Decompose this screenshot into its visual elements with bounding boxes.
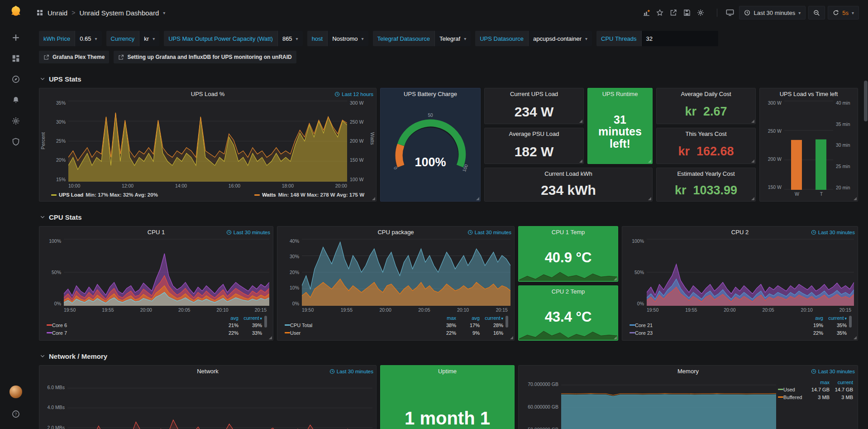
- breadcrumb-app[interactable]: Unraid: [48, 9, 67, 17]
- legend-row[interactable]: Used14.7 GB14.7 GB: [778, 386, 853, 393]
- panel-header[interactable]: Average PSU Load: [485, 128, 583, 140]
- plot-area[interactable]: [561, 378, 776, 429]
- dashboard-grid-icon[interactable]: [36, 9, 43, 16]
- legend-row[interactable]: Core 2119%35%: [630, 321, 847, 329]
- variable-kwh-price[interactable]: kWh Price0.65▾: [39, 31, 102, 46]
- legend-item-watts[interactable]: WattsMin: 148 W Max: 278 W Avg: 175 W: [254, 192, 364, 198]
- network-chart[interactable]: 6.0 MBs4.0 MBs2.0 MBs: [43, 378, 372, 429]
- user-avatar[interactable]: [10, 386, 22, 398]
- panel-time-range[interactable]: Last 30 minutes: [811, 366, 855, 377]
- page-scrollbar[interactable]: [864, 26, 868, 427]
- plot-area[interactable]: [67, 378, 372, 429]
- panel-header[interactable]: Current Load kWh: [485, 168, 652, 179]
- legend-column-header[interactable]: avg: [800, 315, 823, 321]
- panel-header[interactable]: UPS Load vs Time left: [760, 88, 858, 100]
- variable-ups-datasource[interactable]: UPS Datasourceapcupsd-container▾: [475, 31, 592, 46]
- link-ups-monitoring-guide[interactable]: Setting up Grafana and InfluxDB for UPS …: [114, 51, 296, 63]
- row-toggle-ups-stats[interactable]: UPS Stats: [40, 74, 858, 83]
- panel-header[interactable]: CPU 2 Last 30 minutes: [622, 227, 858, 238]
- x-axis-tick: W: [795, 191, 799, 198]
- panel-header[interactable]: UPS Runtime: [588, 88, 652, 100]
- dashboard-title[interactable]: Unraid System Dashboard: [79, 9, 159, 17]
- row-toggle-cpu-stats[interactable]: CPU Stats: [40, 212, 858, 222]
- variable-ups-max-output[interactable]: UPS Max Output Power Capacity (Watt)865▾: [164, 31, 302, 46]
- legend-column-header[interactable]: max: [806, 380, 830, 385]
- dashboard-title-caret-icon[interactable]: ▾: [163, 10, 165, 15]
- plot-area[interactable]: [64, 239, 269, 306]
- legend-column-header[interactable]: avg: [215, 315, 238, 321]
- panel-time-range[interactable]: Last 30 minutes: [467, 227, 511, 238]
- legend-item-ups-load[interactable]: UPS LoadMin: 17% Max: 32% Avg: 20%: [51, 192, 158, 198]
- panel-time-range[interactable]: Last 30 minutes: [226, 227, 270, 238]
- legend-column-header[interactable]: avg: [456, 315, 480, 321]
- plot-area[interactable]: [302, 239, 510, 306]
- share-dashboard-button[interactable]: [667, 7, 680, 19]
- memory-chart[interactable]: 70.000000 GB60.000000 GB50.000000 GB: [522, 378, 776, 429]
- legend-row[interactable]: Buffered3 MB3 MB: [778, 393, 853, 401]
- refresh-caret-icon[interactable]: ▾: [852, 10, 854, 15]
- scrollbar-thumb[interactable]: [864, 81, 868, 121]
- panel-header[interactable]: Uptime: [381, 366, 514, 377]
- zoom-out-time-button[interactable]: [808, 6, 825, 19]
- plot-area[interactable]: [647, 239, 854, 306]
- star-dashboard-button[interactable]: [653, 7, 666, 19]
- sidebar-configuration-button[interactable]: [6, 112, 26, 130]
- legend-row[interactable]: Core 621%39%: [47, 321, 262, 329]
- legend-column-header[interactable]: current▾: [480, 315, 503, 321]
- cycle-view-mode-button[interactable]: [724, 7, 736, 19]
- row-toggle-network-memory[interactable]: Network / Memory: [40, 352, 858, 361]
- panel-header[interactable]: UPS Battery Charge: [381, 88, 480, 100]
- cpu1-chart[interactable]: 100%50%0%19:5019:5520:0020:0520:1020:15: [43, 239, 269, 314]
- panel-header[interactable]: CPU 2 Temp: [519, 286, 618, 297]
- grafana-logo[interactable]: [9, 5, 23, 18]
- ups-load-chart[interactable]: 35%30%25%20%15%300 W250 W200 W150 W100 W…: [48, 101, 368, 190]
- sidebar-alerting-button[interactable]: [6, 92, 26, 109]
- variable-telegraf-datasource[interactable]: Telegraf DatasourceTelegraf▾: [373, 31, 471, 46]
- legend-scrollbar[interactable]: [506, 316, 508, 328]
- panel-header[interactable]: Average Daily Cost: [657, 88, 755, 100]
- panel-header[interactable]: Network Last 30 minutes: [39, 366, 376, 377]
- legend-row[interactable]: Core 722%33%: [47, 329, 262, 337]
- cpu2-chart[interactable]: 100%50%0%19:5019:5520:0020:0520:1020:15: [626, 239, 854, 314]
- panel-header[interactable]: Memory Last 30 minutes: [519, 366, 858, 377]
- panel-header[interactable]: Current UPS Load: [485, 88, 583, 100]
- refresh-interval[interactable]: 5s: [842, 10, 849, 16]
- cpu-package-chart[interactable]: 40%30%20%10%0%19:5019:5520:0020:0520:102…: [281, 239, 510, 314]
- dashboard-settings-button[interactable]: [694, 7, 707, 19]
- ups-load-vs-time-chart[interactable]: 300 W250 W200 W150 W40 min35 min30 min25…: [763, 101, 854, 198]
- stat-value: kr 162.68: [657, 140, 755, 164]
- legend-row[interactable]: Core 2322%35%: [630, 329, 847, 337]
- refresh-button[interactable]: 5s ▾: [828, 6, 859, 19]
- panel-header[interactable]: Estimated Yearly Cost: [657, 168, 755, 179]
- legend-column-header[interactable]: current: [830, 380, 853, 385]
- help-button[interactable]: ?: [6, 405, 26, 423]
- legend-scrollbar[interactable]: [849, 316, 852, 328]
- legend-column-header[interactable]: current▾: [238, 315, 262, 321]
- legend-column-header[interactable]: current▾: [823, 315, 847, 321]
- panel-time-range[interactable]: Last 30 minutes: [329, 366, 373, 377]
- sidebar-create-button[interactable]: [6, 29, 26, 46]
- panel-header[interactable]: CPU 1 Temp: [519, 227, 618, 238]
- panel-header[interactable]: This Years Cost: [657, 128, 755, 140]
- plot-area[interactable]: [68, 101, 347, 182]
- link-grafana-plex-theme[interactable]: Grafana Plex Theme: [39, 51, 109, 63]
- legend-row[interactable]: CPU Total38%17%28%: [285, 321, 503, 329]
- legend-column-header[interactable]: max: [433, 315, 456, 321]
- legend-row[interactable]: User22%9%16%: [285, 329, 503, 337]
- variable-host[interactable]: hostNostromo▾: [307, 31, 368, 46]
- cpu-threads-input[interactable]: 32: [641, 31, 718, 46]
- add-panel-button[interactable]: [640, 7, 653, 19]
- panel-time-range[interactable]: Last 30 minutes: [811, 227, 855, 238]
- time-picker-button[interactable]: Last 30 minutes ▾: [739, 6, 806, 19]
- variable-currency[interactable]: Currencykr▾: [106, 31, 160, 46]
- panel-header[interactable]: UPS Load % Last 12 hours: [39, 88, 376, 100]
- panel-time-range[interactable]: Last 12 hours: [334, 88, 373, 100]
- panel-header[interactable]: CPU package Last 30 minutes: [277, 227, 514, 238]
- plot-area[interactable]: [784, 101, 833, 190]
- sidebar-dashboards-button[interactable]: [6, 50, 26, 67]
- sidebar-server-admin-button[interactable]: [6, 133, 26, 150]
- panel-header[interactable]: CPU 1 Last 30 minutes: [39, 227, 273, 238]
- save-dashboard-button[interactable]: [681, 7, 693, 19]
- sidebar-explore-button[interactable]: [6, 71, 26, 88]
- legend-scrollbar[interactable]: [264, 316, 267, 328]
